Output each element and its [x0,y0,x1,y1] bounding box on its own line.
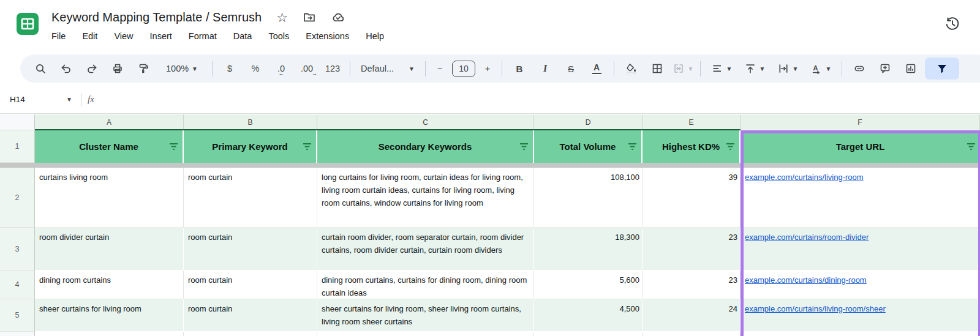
more-formats-button[interactable]: 123 [320,58,345,80]
cell-A4[interactable]: dining room curtains [35,271,184,299]
merge-cells-button[interactable]: ▼ [670,58,696,80]
cell-C2[interactable]: long curtains for living room, curtain i… [317,168,534,228]
search-button[interactable] [28,58,53,80]
formula-input[interactable] [94,86,980,113]
cell-F5[interactable]: example.com/curtains/living-room/sheer [741,299,980,332]
insert-chart-button[interactable] [898,58,924,80]
borders-button[interactable] [644,58,670,80]
menu-help[interactable]: Help [366,31,384,41]
filter-icon[interactable] [967,143,976,151]
insert-link-button[interactable] [846,58,872,80]
select-all-corner[interactable] [0,114,35,130]
cell-F6[interactable] [741,332,980,336]
vertical-align-button[interactable]: ▼ [738,58,771,80]
text-wrapping-button[interactable]: ▼ [771,58,804,80]
row-header-2[interactable]: 2 [0,168,35,228]
header-cell-total-volume[interactable]: Total Volume [534,130,643,163]
filter-icon[interactable] [726,143,735,151]
redo-button[interactable] [79,58,105,80]
cloud-saved-icon[interactable] [331,10,345,24]
cell-B4[interactable]: room curtain [184,271,317,299]
cell-D4[interactable]: 5,600 [534,271,643,299]
cell-A2[interactable]: curtains living room [35,168,184,228]
column-header-B[interactable]: B [184,114,317,130]
header-cell-cluster-name[interactable]: Cluster Name [35,130,184,163]
strikethrough-button[interactable]: S [558,58,584,80]
cell-B6[interactable] [184,332,317,336]
menu-extensions[interactable]: Extensions [306,31,349,41]
target-url-link[interactable]: example.com/curtains/living-room/sheer [745,304,886,313]
cell-F3[interactable]: example.com/curtains/room-divider [741,228,980,271]
cell-D5[interactable]: 4,500 [534,299,643,332]
row-header-3[interactable]: 3 [0,228,35,271]
menu-data[interactable]: Data [233,31,252,41]
filter-icon[interactable] [628,143,637,151]
cell-E4[interactable]: 23 [643,271,741,299]
cell-B3[interactable]: room curtain [184,228,317,271]
move-folder-icon[interactable] [303,10,316,24]
create-filter-button[interactable] [925,58,959,80]
print-button[interactable] [105,58,130,80]
column-header-F[interactable]: F [741,114,980,130]
star-icon[interactable]: ☆ [276,11,288,24]
font-family-select[interactable]: Defaul...▼ [355,58,421,80]
decrease-font-size-button[interactable]: − [430,58,450,80]
target-url-link[interactable]: example.com/curtains/room-divider [745,233,869,242]
menu-tools[interactable]: Tools [268,31,289,41]
header-cell-target-url[interactable]: Target URL [741,130,980,163]
horizontal-align-button[interactable]: ▼ [705,58,738,80]
cell-C3[interactable]: curtain room divider, room separator cur… [317,228,534,271]
undo-button[interactable] [53,58,79,80]
menu-edit[interactable]: Edit [82,31,97,41]
increase-font-size-button[interactable]: + [478,58,497,80]
column-header-C[interactable]: C [317,114,534,130]
cell-F2[interactable]: example.com/curtains/living-room [741,168,980,228]
insert-comment-button[interactable] [872,58,898,80]
cell-C4[interactable]: dining room curtains, curtains for dinin… [317,271,534,299]
zoom-control[interactable]: 100%▼ [156,58,208,80]
target-url-link[interactable]: example.com/curtains/living-room [745,173,864,182]
text-rotation-button[interactable]: A▼ [804,58,837,80]
row-header-6[interactable] [0,332,35,336]
column-header-D[interactable]: D [534,114,643,130]
cell-C5[interactable]: sheer curtains for living room, sheer li… [317,299,534,332]
filter-icon[interactable] [169,143,178,151]
column-header-A[interactable]: A [35,114,184,130]
header-cell-primary-keyword[interactable]: Primary Keyword [184,130,317,163]
menu-insert[interactable]: Insert [150,31,172,41]
name-box[interactable]: H14 ▼ [0,95,72,104]
cell-D3[interactable]: 18,300 [534,228,643,271]
increase-decimal-button[interactable]: .00→ [294,58,320,80]
filter-icon[interactable] [519,143,529,151]
font-size-input[interactable]: 10 [450,58,478,80]
decrease-decimal-button[interactable]: .0← [268,58,294,80]
row-header-4[interactable]: 4 [0,271,35,299]
cell-A6[interactable] [35,332,184,336]
cell-C6[interactable] [317,332,534,336]
header-cell-secondary-keywords[interactable]: Secondary Keywords [317,130,534,163]
paint-format-button[interactable] [130,58,156,80]
cell-E2[interactable]: 39 [643,168,741,228]
cell-F4[interactable]: example.com/curtains/dining-room [741,271,980,299]
cell-B2[interactable]: room curtain [184,168,317,228]
cell-E6[interactable] [643,332,741,336]
cell-A5[interactable]: sheer curtains for living room [35,299,184,332]
text-color-button[interactable]: A [584,58,609,80]
cell-D6[interactable] [534,332,643,336]
menu-view[interactable]: View [114,31,133,41]
version-history-button[interactable] [942,13,963,34]
row-header-1[interactable]: 1 [0,130,35,163]
document-title[interactable]: Keyword Mapping Template / Semrush [51,10,262,24]
percent-format-button[interactable]: % [243,58,268,80]
italic-button[interactable]: I [532,58,558,80]
bold-button[interactable]: B [507,58,532,80]
fill-color-button[interactable] [619,58,644,80]
cell-E3[interactable]: 23 [643,228,741,271]
menu-format[interactable]: Format [189,31,217,41]
menu-file[interactable]: File [51,31,66,41]
cell-E5[interactable]: 24 [643,299,741,332]
currency-format-button[interactable]: $ [217,58,243,80]
sheets-logo-icon[interactable] [16,12,39,35]
cell-D2[interactable]: 108,100 [534,168,643,228]
column-header-E[interactable]: E [643,114,741,130]
